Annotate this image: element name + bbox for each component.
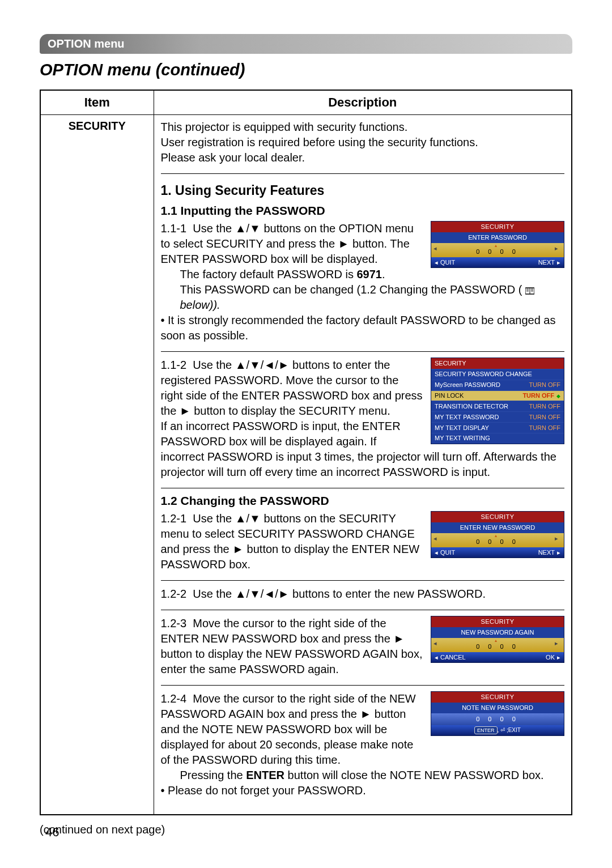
- step-1-2-4: SECURITY NOTE NEW PASSWORD 0 0 0 0 ENTER…: [161, 691, 565, 798]
- menu-label: MY TEXT DISPLAY: [435, 424, 489, 432]
- osd-footer: ◂ QUIT NEXT ▸: [431, 257, 564, 268]
- menu-row-highlighted: PIN LOCKTURN OFF◆: [431, 390, 564, 401]
- divider: [161, 173, 565, 174]
- step-number: 1.2-3: [161, 617, 187, 629]
- osd-security-menu: SECURITY SECURITY PASSWORD CHANGE MyScre…: [431, 358, 564, 444]
- osd-digits: ◂ ▴ 0 0 0 0 ▸: [431, 243, 564, 257]
- menu-label: PIN LOCK: [435, 392, 464, 400]
- menu-value: TURN OFF: [529, 402, 560, 411]
- menu-row: MyScreen PASSWORDTURN OFF: [431, 380, 564, 390]
- menu-row: SECURITY PASSWORD CHANGE: [431, 369, 564, 380]
- triangle-left-icon: ◂: [434, 534, 440, 543]
- section-1-1-heading: 1.1 Inputting the PASSWORD: [161, 204, 565, 218]
- osd-digits: ◂ ▴ 0 0 0 0 ▸: [431, 638, 564, 652]
- enter-label: ENTER: [246, 769, 284, 781]
- step-text-c: This PASSWORD can be changed (1.2 Changi…: [180, 283, 522, 296]
- triangle-right-icon: ▸: [557, 653, 560, 662]
- item-cell-security: SECURITY: [40, 115, 154, 815]
- step-text-a: Move the cursor to the right side of the…: [161, 692, 416, 766]
- step-text: Use the ▲/▼/◄/► buttons to enter the new…: [193, 588, 486, 600]
- menu-label: TRANSITION DETECTOR: [435, 402, 508, 411]
- osd-new-password-again: SECURITY NEW PASSWORD AGAIN ◂ ▴ 0 0 0 0 …: [431, 616, 564, 663]
- osd-subtitle: NEW PASSWORD AGAIN: [431, 627, 564, 638]
- selection-dot-icon: ◆: [556, 393, 560, 399]
- security-table: Item Description SECURITY This projector…: [40, 90, 572, 815]
- caret-up-icon: ▴: [434, 244, 562, 248]
- step-1-2-3: SECURITY NEW PASSWORD AGAIN ◂ ▴ 0 0 0 0 …: [161, 616, 565, 677]
- divider: [161, 351, 565, 352]
- osd-digits: ◂ ▴ 0 0 0 0 ▸: [431, 533, 564, 547]
- col-desc-header: Description: [154, 90, 572, 115]
- triangle-right-icon: ▸: [555, 534, 562, 543]
- triangle-left-icon: ◂: [435, 548, 438, 557]
- step-text: Move the cursor to the right side of the…: [161, 617, 423, 675]
- digits-value: 0 0 0 0: [476, 248, 519, 255]
- osd-title: SECURITY: [431, 222, 564, 232]
- step-number: 1.1-2: [161, 359, 187, 371]
- osd-title: SECURITY: [431, 358, 564, 369]
- osd-subtitle: NOTE NEW PASSWORD: [431, 703, 564, 713]
- step-text-d: • It is strongly recommended the factory…: [161, 313, 565, 343]
- continued-note: (continued on next page): [40, 823, 572, 836]
- osd-enter-new-password: SECURITY ENTER NEW PASSWORD ◂ ▴ 0 0 0 0 …: [431, 511, 564, 558]
- osd-exit-tail: , ⏎ ;EXIT: [498, 727, 521, 733]
- osd-note-new-password: SECURITY NOTE NEW PASSWORD 0 0 0 0 ENTER…: [431, 691, 564, 736]
- osd-title: SECURITY: [431, 692, 564, 703]
- step-1-1-2: SECURITY SECURITY PASSWORD CHANGE MyScre…: [161, 358, 565, 480]
- step-text: Use the ▲/▼ buttons on the SECURITY menu…: [161, 512, 420, 571]
- caret-up-icon: ▴: [434, 639, 562, 643]
- osd-next-label: NEXT: [538, 258, 555, 267]
- step-number: 1.2-4: [161, 692, 187, 705]
- header-bar: OPTION menu: [40, 34, 572, 54]
- menu-label: MY TEXT PASSWORD: [435, 413, 499, 422]
- digits-value: 0 0 0 0: [476, 538, 519, 545]
- menu-row: MY TEXT WRITING: [431, 433, 564, 444]
- triangle-left-icon: ◂: [435, 258, 438, 267]
- intro-text: This projector is equipped with security…: [161, 120, 565, 165]
- osd-exit-row: ENTER, ⏎ ;EXIT: [431, 725, 564, 735]
- divider: [161, 488, 565, 488]
- osd-title: SECURITY: [431, 616, 564, 627]
- menu-value: TURN OFF: [529, 413, 560, 422]
- step-1-1-1: SECURITY ENTER PASSWORD ◂ ▴ 0 0 0 0 ▸ ◂ …: [161, 221, 565, 343]
- osd-title: SECURITY: [431, 512, 564, 522]
- step-number: 1.2-2: [161, 588, 187, 600]
- osd-footer: ◂ QUIT NEXT ▸: [431, 547, 564, 558]
- step-text-a: Use the ▲/▼ buttons on the OPTION menu t…: [161, 222, 414, 265]
- triangle-left-icon: ◂: [434, 244, 440, 253]
- divider: [161, 610, 565, 610]
- menu-value: TURN OFF: [529, 424, 560, 432]
- below-ref: below)).: [180, 299, 220, 311]
- enter-key-icon: ENTER: [474, 726, 498, 734]
- triangle-right-icon: ▸: [555, 639, 562, 648]
- osd-quit-label: QUIT: [440, 258, 455, 267]
- osd-ok-label: OK: [546, 653, 555, 662]
- menu-row: MY TEXT PASSWORDTURN OFF: [431, 411, 564, 422]
- osd-next-label: NEXT: [538, 548, 555, 557]
- menu-label: MY TEXT WRITING: [435, 434, 490, 442]
- book-icon: [525, 287, 534, 295]
- description-cell: This projector is equipped with security…: [154, 115, 572, 815]
- page-number: 46: [45, 825, 59, 840]
- osd-subtitle: ENTER NEW PASSWORD: [431, 522, 564, 533]
- divider: [161, 685, 565, 686]
- col-item-header: Item: [40, 90, 154, 115]
- section-1-2-heading: 1.2 Changing the PASSWORD: [161, 494, 565, 508]
- default-password: 6971: [356, 268, 382, 280]
- osd-footer: ◂ CANCEL OK ▸: [431, 652, 564, 663]
- digits-value: 0 0 0 0: [476, 643, 519, 650]
- divider: [161, 580, 565, 581]
- triangle-right-icon: ▸: [557, 548, 560, 557]
- triangle-right-icon: ▸: [557, 258, 560, 267]
- caret-up-icon: ▴: [434, 534, 562, 538]
- menu-label: MyScreen PASSWORD: [435, 381, 500, 389]
- page-title: OPTION menu (continued): [40, 61, 572, 79]
- osd-note-digits: 0 0 0 0: [431, 713, 564, 725]
- osd-quit-label: QUIT: [440, 548, 455, 557]
- menu-value: TURN OFF: [522, 392, 554, 399]
- step-number: 1.1-1: [161, 222, 187, 235]
- menu-value: TURN OFF: [529, 381, 560, 389]
- menu-row: TRANSITION DETECTORTURN OFF: [431, 401, 564, 411]
- triangle-left-icon: ◂: [434, 639, 440, 648]
- step-1-2-2: 1.2-2 Use the ▲/▼/◄/► buttons to enter t…: [161, 586, 565, 602]
